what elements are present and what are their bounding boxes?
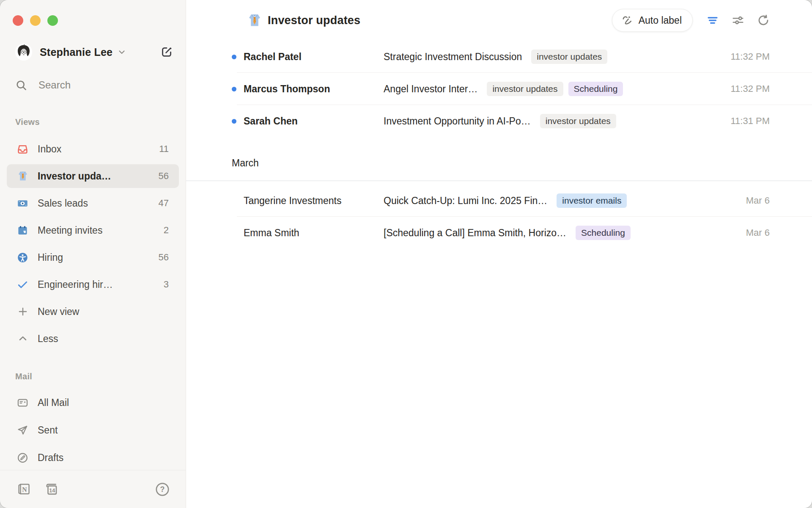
sidebar-item-label: Hiring [38,252,63,263]
sidebar-item-sent[interactable]: Sent [7,418,179,442]
help-icon[interactable]: ? [155,482,170,497]
email-subject: [Scheduling a Call] Emma Smith, Horizo… [384,227,566,239]
header-actions [706,14,770,27]
app-window: Stephanie Lee Search Vie [0,0,812,508]
sidebar-item-label: Sent [38,425,58,436]
label-chip[interactable]: Scheduling [568,82,623,96]
auto-label-button[interactable]: Auto label [612,9,693,32]
label-chip[interactable]: investor updates [487,82,563,96]
svg-text:14: 14 [49,488,55,494]
email-sender: Rachel Patel [244,51,384,63]
mail-list: All Mail Sent Drafts [7,391,179,469]
necktie-icon [247,13,262,28]
email-sender: Sarah Chen [244,116,384,127]
date-section-header: March [186,137,812,181]
mail-section-label: Mail [15,372,186,381]
email-subject: Angel Investor Inter… [384,83,477,95]
mail-list-panel: Investor updates Auto label [186,0,812,508]
email-time: Mar 6 [746,195,770,206]
email-sender: Emma Smith [244,227,384,239]
email-time: 11:32 PM [730,51,770,62]
sidebar-item-label: All Mail [38,397,69,409]
sidebar-item-engineering-hiring[interactable]: Engineering hir… 3 [7,273,179,296]
accessibility-icon [17,252,28,263]
sidebar-item-label: Engineering hir… [38,279,113,290]
search-label: Search [38,79,71,91]
march-rows: Tangerine Investments Quick Catch-Up: Lu… [186,181,812,249]
necktie-icon [17,171,28,182]
show-less-label: Less [38,333,58,345]
unread-count: 3 [164,279,169,290]
minimize-window-button[interactable] [30,15,41,26]
email-time: 11:32 PM [730,83,770,94]
banknote-icon [17,198,28,209]
sidebar-item-label: Sales leads [38,198,88,209]
refresh-icon[interactable] [757,14,770,27]
label-chip[interactable]: investor updates [531,50,607,64]
account-switcher[interactable]: Stephanie Lee [7,43,179,61]
new-view-button[interactable]: New view [7,300,179,323]
email-row[interactable]: Marcus Thompson Angel Investor Inter… in… [186,73,812,105]
email-sender: Marcus Thompson [244,83,384,95]
email-row[interactable]: Tangerine Investments Quick Catch-Up: Lu… [186,185,812,217]
sidebar-item-label: Drafts [38,452,63,464]
sidebar-item-all-mail[interactable]: All Mail [7,391,179,414]
email-row[interactable]: Emma Smith [Scheduling a Call] Emma Smit… [186,217,812,249]
inbox-tray-icon [17,144,28,155]
sidebar-item-hiring[interactable]: Hiring 56 [7,246,179,269]
display-settings-icon[interactable] [732,14,744,27]
sidebar-item-sales-leads[interactable]: Sales leads 47 [7,191,179,215]
close-window-button[interactable] [13,15,23,26]
calendar-icon [17,225,28,236]
chevron-up-icon [17,333,28,345]
sidebar: Stephanie Lee Search Vie [0,0,186,508]
avatar [15,44,32,61]
label-chip[interactable]: investor emails [557,193,627,208]
compose-icon[interactable] [159,45,174,59]
label-chip[interactable]: investor updates [540,114,616,128]
unread-dot [232,87,236,91]
unread-count: 56 [159,252,169,263]
zoom-window-button[interactable] [47,15,58,26]
show-less-button[interactable]: Less [7,327,179,351]
label-chip[interactable]: Scheduling [576,226,631,240]
user-name: Stephanie Lee [40,46,112,58]
search-button[interactable]: Search [0,78,186,92]
send-icon [17,425,28,436]
email-sender: Tangerine Investments [244,195,384,207]
sidebar-item-drafts[interactable]: Drafts [7,446,179,469]
views-section-label: Views [15,117,186,127]
sidebar-item-label: Inbox [38,144,61,155]
draft-icon [17,452,28,464]
email-subject: Investment Opportunity in AI-Po… [384,116,531,127]
checkmark-icon [17,279,28,290]
search-icon [15,79,27,91]
chevron-down-icon [117,47,127,57]
sidebar-item-label: Meeting invites [38,225,102,236]
sidebar-item-investor-updates[interactable]: Investor upda… 56 [7,164,179,188]
unread-dot [232,55,236,59]
unread-count: 47 [159,198,169,209]
sidebar-footer: N 14 ? [0,470,186,508]
email-time: Mar 6 [746,227,770,238]
sidebar-item-meeting-invites[interactable]: Meeting invites 2 [7,218,179,242]
auto-label-label: Auto label [639,15,682,26]
email-row[interactable]: Sarah Chen Investment Opportunity in AI-… [186,105,812,137]
auto-label-icon [621,14,634,27]
filter-icon[interactable] [706,14,719,27]
all-mail-icon [17,397,28,409]
views-list: Inbox 11 Investor upda… 56 [7,137,179,351]
unread-count: 2 [164,225,169,236]
email-subject: Quick Catch-Up: Lumi Inc. 2025 Fin… [384,195,547,207]
notion-icon[interactable]: N [17,482,31,496]
svg-text:?: ? [160,485,165,494]
notion-calendar-icon[interactable]: 14 [44,482,58,497]
plus-icon [17,306,28,318]
unread-count: 11 [159,144,169,155]
view-header: Investor updates Auto label [186,0,812,41]
email-row[interactable]: Rachel Patel Strategic Investment Discus… [186,41,812,73]
email-time: 11:31 PM [730,116,770,127]
new-view-label: New view [38,306,79,318]
sidebar-item-inbox[interactable]: Inbox 11 [7,137,179,161]
window-controls [13,15,186,26]
